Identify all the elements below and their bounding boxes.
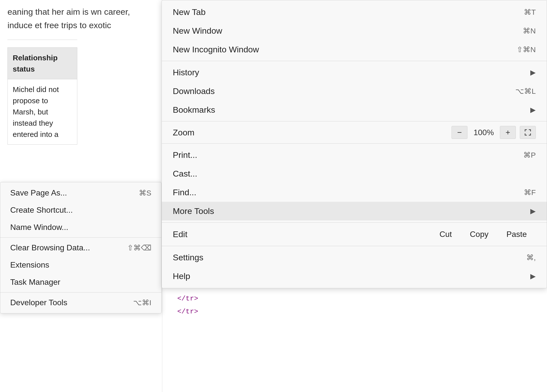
context-menu-main: New Tab ⌘T New Window ⌘N New Incognito W… <box>162 0 547 288</box>
clear-browsing-data-label: Clear Browsing Data... <box>10 243 90 252</box>
webpage-text: eaning that her aim is wn career, induce… <box>7 5 155 32</box>
menu-separator-1 <box>162 61 547 61</box>
save-page-as-shortcut: ⌘S <box>139 189 151 197</box>
developer-tools-label: Developer Tools <box>10 298 67 307</box>
zoom-fullscreen-button[interactable] <box>520 126 536 139</box>
devtools-line: </tr> <box>162 305 247 318</box>
downloads-shortcut: ⌥⌘L <box>515 87 536 96</box>
settings-shortcut: ⌘, <box>526 253 536 262</box>
cut-button[interactable]: Cut <box>431 227 461 241</box>
new-tab-item[interactable]: New Tab ⌘T <box>162 3 547 21</box>
devtools-line: </tr> <box>162 292 247 305</box>
help-arrow: ▶ <box>530 272 536 280</box>
new-window-shortcut: ⌘N <box>523 26 536 35</box>
context-menu-left: Save Page As... ⌘S Create Shortcut... Na… <box>0 182 162 313</box>
webpage-divider <box>7 40 77 40</box>
edit-row: Edit Cut Copy Paste <box>162 225 547 244</box>
developer-tools-shortcut: ⌥⌘I <box>133 298 151 307</box>
more-tools-label: More Tools <box>173 206 214 216</box>
menu-separator-2 <box>162 121 547 121</box>
new-tab-label: New Tab <box>173 7 206 17</box>
more-tools-item[interactable]: More Tools ▶ <box>162 202 547 220</box>
zoom-minus-button[interactable]: − <box>452 126 467 139</box>
help-item[interactable]: Help ▶ <box>162 267 547 286</box>
print-item[interactable]: Print... ⌘P <box>162 146 547 164</box>
more-tools-arrow: ▶ <box>530 207 536 215</box>
print-label: Print... <box>173 150 197 160</box>
zoom-controls: − 100% + <box>452 126 536 139</box>
task-manager-item[interactable]: Task Manager <box>0 274 161 291</box>
history-item[interactable]: History ▶ <box>162 63 547 82</box>
copy-button[interactable]: Copy <box>461 227 497 241</box>
menu-separator-3 <box>162 143 547 144</box>
new-window-item[interactable]: New Window ⌘N <box>162 21 547 40</box>
relationship-body: Michel did not propose to Marsh, but ins… <box>8 79 77 144</box>
relationship-header: Relationship status <box>8 47 77 79</box>
fullscreen-icon <box>524 129 531 136</box>
create-shortcut-item[interactable]: Create Shortcut... <box>0 201 161 219</box>
task-manager-label: Task Manager <box>10 278 60 287</box>
new-incognito-item[interactable]: New Incognito Window ⇧⌘N <box>162 40 547 59</box>
settings-item[interactable]: Settings ⌘, <box>162 248 547 267</box>
cast-label: Cast... <box>173 169 197 179</box>
cast-item[interactable]: Cast... <box>162 164 547 183</box>
help-label: Help <box>173 271 190 281</box>
find-label: Find... <box>173 188 196 197</box>
bookmarks-label: Bookmarks <box>173 105 215 115</box>
save-page-as-item[interactable]: Save Page As... ⌘S <box>0 184 161 201</box>
new-incognito-shortcut: ⇧⌘N <box>517 45 536 54</box>
menu-separator <box>0 237 161 238</box>
bookmarks-arrow: ▶ <box>530 106 536 114</box>
zoom-value: 100% <box>467 128 500 137</box>
history-arrow: ▶ <box>530 68 536 77</box>
history-label: History <box>173 68 199 77</box>
zoom-row: Zoom − 100% + <box>162 123 547 141</box>
extensions-item[interactable]: Extensions <box>0 256 161 274</box>
extensions-label: Extensions <box>10 260 49 270</box>
find-item[interactable]: Find... ⌘F <box>162 183 547 202</box>
bookmarks-item[interactable]: Bookmarks ▶ <box>162 100 547 119</box>
developer-tools-item[interactable]: Developer Tools ⌥⌘I <box>0 294 161 311</box>
zoom-plus-button[interactable]: + <box>500 126 516 139</box>
menu-separator <box>0 292 161 293</box>
edit-label: Edit <box>173 229 431 239</box>
menu-separator-4 <box>162 222 547 223</box>
name-window-item[interactable]: Name Window... <box>0 219 161 236</box>
relationship-table: Relationship status Michel did not propo… <box>7 47 77 145</box>
clear-browsing-data-item[interactable]: Clear Browsing Data... ⇧⌘⌫ <box>0 239 161 256</box>
new-incognito-label: New Incognito Window <box>173 45 259 54</box>
paste-button[interactable]: Paste <box>497 227 536 241</box>
downloads-item[interactable]: Downloads ⌥⌘L <box>162 82 547 100</box>
edit-buttons: Cut Copy Paste <box>431 227 536 241</box>
create-shortcut-label: Create Shortcut... <box>10 205 73 215</box>
zoom-label: Zoom <box>173 128 452 137</box>
new-tab-shortcut: ⌘T <box>524 8 536 16</box>
downloads-label: Downloads <box>173 86 215 96</box>
print-shortcut: ⌘P <box>523 151 536 159</box>
clear-browsing-data-shortcut: ⇧⌘⌫ <box>127 243 151 252</box>
menu-separator-5 <box>162 246 547 246</box>
settings-label: Settings <box>173 253 203 262</box>
find-shortcut: ⌘F <box>524 188 536 197</box>
new-window-label: New Window <box>173 26 222 36</box>
save-page-as-label: Save Page As... <box>10 188 67 197</box>
name-window-label: Name Window... <box>10 223 68 232</box>
